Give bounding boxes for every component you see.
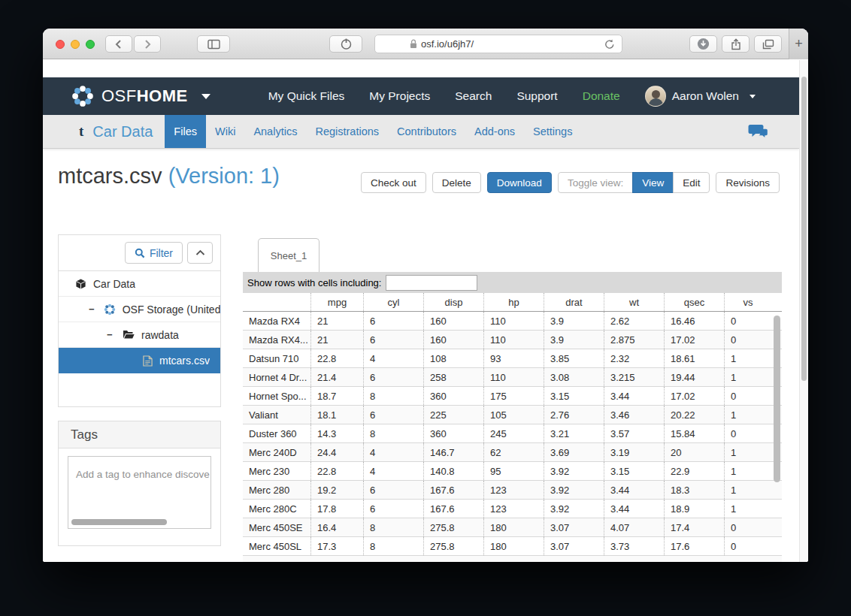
data-cell: 3.73 — [604, 537, 664, 555]
tree-node-project[interactable]: Car Data — [59, 271, 220, 297]
table-row[interactable]: Merc 450SL17.38275.81803.073.7317.60 — [243, 537, 782, 556]
minimize-window-button[interactable] — [71, 40, 80, 49]
sidebar-toggle-button[interactable] — [197, 35, 230, 53]
reload-button[interactable] — [604, 38, 616, 53]
data-cell: 17.3 — [310, 537, 363, 555]
tags-hscrollbar-thumb[interactable] — [71, 519, 167, 525]
column-header-cyl[interactable]: cyl — [363, 293, 423, 311]
tab-wiki[interactable]: Wiki — [206, 115, 244, 148]
table-row[interactable]: Merc 240D24.44146.7623.693.19201 — [243, 443, 782, 462]
user-menu[interactable]: Aaron Wolen — [645, 86, 756, 107]
table-row[interactable]: Merc 23022.84140.8953.923.1522.91 — [243, 462, 782, 481]
view-button[interactable]: View — [632, 172, 674, 193]
page-scrollbar[interactable] — [799, 60, 808, 562]
zoom-window-button[interactable] — [86, 40, 95, 49]
data-cell: 3.92 — [544, 500, 604, 518]
nav-my-quick-files[interactable]: My Quick Files — [268, 89, 345, 103]
tab-registrations[interactable]: Registrations — [306, 115, 388, 148]
collapse-node-icon[interactable]: − — [89, 303, 97, 315]
data-cell: 3.44 — [604, 481, 664, 499]
column-header-hp[interactable]: hp — [483, 293, 544, 311]
table-row[interactable]: Mazda RX42161601103.92.6216.460 — [243, 312, 782, 331]
nav-search[interactable]: Search — [455, 89, 492, 103]
downloads-button[interactable] — [689, 35, 717, 53]
data-cell: 6 — [363, 481, 423, 499]
table-row[interactable]: Merc 28019.26167.61233.923.4418.31 — [243, 481, 782, 500]
new-tab-button[interactable]: + — [789, 29, 808, 59]
tab-addons[interactable]: Add-ons — [465, 115, 524, 148]
nav-donate[interactable]: Donate — [583, 89, 620, 103]
toggle-view-group: Toggle view: View Edit — [558, 172, 710, 193]
grid-filter-input[interactable] — [386, 275, 477, 291]
table-row[interactable]: Merc 450SE16.48275.81803.074.0717.40 — [243, 518, 782, 537]
file-title: mtcars.csv (Version: 1) — [58, 164, 280, 189]
delete-button[interactable]: Delete — [432, 172, 481, 193]
data-cell: 93 — [483, 349, 544, 367]
tree-node-mtcars-selected[interactable]: mtcars.csv — [59, 348, 220, 373]
data-cell: 3.15 — [544, 387, 604, 405]
comments-button[interactable] — [748, 122, 769, 143]
table-row[interactable]: Datsun 71022.84108933.852.3218.611 — [243, 349, 782, 368]
filter-button[interactable]: Filter — [125, 242, 183, 264]
share-button[interactable] — [722, 35, 750, 53]
data-cell: 21.4 — [310, 368, 363, 386]
cube-icon — [75, 278, 86, 290]
osf-home-brand[interactable]: OSFHOME — [71, 85, 210, 107]
column-header-wt[interactable]: wt — [604, 293, 664, 311]
extension-button[interactable] — [329, 35, 362, 53]
grid-scrollbar-thumb[interactable] — [774, 316, 780, 482]
data-cell: 160 — [423, 331, 483, 349]
data-cell: 0 — [724, 518, 771, 536]
data-cell: 1 — [724, 406, 771, 424]
page: OSFHOME My Quick Files My Projects Searc… — [43, 60, 808, 562]
table-row[interactable]: Hornet 4 Dr...21.462581103.083.21519.441 — [243, 368, 782, 387]
column-header-disp[interactable]: disp — [423, 293, 483, 311]
back-button[interactable] — [105, 35, 132, 53]
table-row[interactable]: Merc 280C17.86167.61233.923.4418.91 — [243, 500, 782, 518]
column-header-rownames[interactable] — [243, 293, 310, 311]
column-header-mpg[interactable]: mpg — [310, 293, 363, 311]
project-toggle-icon[interactable]: t — [79, 123, 83, 140]
table-row[interactable]: Valiant18.162251052.763.4620.221 — [243, 406, 782, 424]
data-cell: 19.44 — [664, 368, 724, 386]
data-cell: 62 — [483, 443, 544, 461]
nav-my-projects[interactable]: My Projects — [369, 89, 430, 103]
data-cell: 275.8 — [423, 537, 483, 555]
page-scrollbar-thumb[interactable] — [801, 77, 807, 381]
column-header-qsec[interactable]: qsec — [664, 293, 724, 311]
download-button[interactable]: Download — [487, 172, 552, 193]
row-name-cell: Merc 280C — [243, 500, 310, 518]
brand-text: OSFHOME — [101, 86, 188, 106]
tree-node-osf-storage[interactable]: − OSF Storage (United ... — [59, 297, 220, 322]
files-tree-panel: Filter Car Data − — [58, 234, 221, 407]
osf-logo-icon — [71, 85, 94, 107]
data-cell: 15.84 — [664, 424, 724, 442]
table-row[interactable]: Duster 36014.383602453.213.5715.840 — [243, 424, 782, 443]
tab-contributors[interactable]: Contributors — [388, 115, 465, 148]
close-window-button[interactable] — [56, 40, 65, 49]
collapse-node-icon[interactable]: − — [107, 329, 116, 340]
tags-input[interactable]: Add a tag to enhance discove — [68, 456, 211, 529]
sheet-tab[interactable]: Sheet_1 — [258, 238, 320, 272]
revisions-button[interactable]: Revisions — [716, 172, 780, 193]
column-header-vs[interactable]: vs — [724, 293, 771, 311]
table-row[interactable]: Mazda RX4...2161601103.92.87517.020 — [243, 331, 782, 349]
data-cell: 18.9 — [664, 500, 724, 518]
url-bar[interactable]: osf.io/u6jh7/ — [374, 35, 622, 53]
project-title-link[interactable]: Car Data — [92, 123, 153, 140]
file-action-buttons: Check out Delete Download Toggle view: V… — [361, 172, 780, 193]
data-cell: 4 — [363, 462, 423, 480]
table-row[interactable]: Hornet Spo...18.783601753.153.4417.020 — [243, 387, 782, 406]
data-cell: 108 — [423, 349, 483, 367]
edit-button[interactable]: Edit — [673, 172, 710, 193]
nav-support[interactable]: Support — [516, 89, 557, 103]
tab-files[interactable]: Files — [165, 115, 206, 148]
forward-button[interactable] — [134, 35, 161, 53]
tree-node-rawdata[interactable]: − rawdata — [59, 322, 220, 348]
tab-overview-button[interactable] — [754, 35, 782, 53]
column-header-drat[interactable]: drat — [544, 293, 604, 311]
tab-settings[interactable]: Settings — [524, 115, 581, 148]
tab-analytics[interactable]: Analytics — [244, 115, 306, 148]
collapse-panel-button[interactable] — [187, 242, 213, 264]
check-out-button[interactable]: Check out — [361, 172, 426, 193]
